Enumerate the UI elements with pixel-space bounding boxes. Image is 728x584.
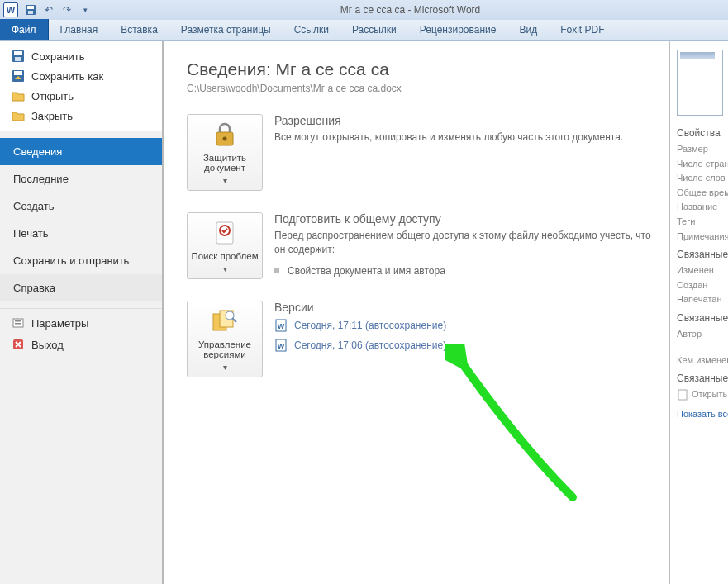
sidebar-nav-help[interactable]: Справка <box>0 274 162 301</box>
related-dates-heading: Связанные даты <box>677 249 728 260</box>
tab-insert[interactable]: Вставка <box>109 19 169 40</box>
svg-point-13 <box>223 137 227 141</box>
sidebar-item-label: Сохранить <box>31 50 85 63</box>
svg-text:W: W <box>278 342 285 350</box>
tab-mailings[interactable]: Рассылки <box>340 19 408 40</box>
tab-view[interactable]: Вид <box>507 19 549 40</box>
save-icon <box>12 50 25 63</box>
chevron-down-icon: ▾ <box>223 363 227 372</box>
save-as-icon <box>12 69 25 83</box>
version-item[interactable]: W Сегодня, 17:06 (автосохранение) <box>274 337 654 354</box>
section-title: Версии <box>274 301 654 314</box>
title-bar: W ↶ ↷ ▾ Мг а се сса са - Microsoft Word <box>0 0 728 20</box>
tab-references[interactable]: Ссылки <box>283 19 340 40</box>
svg-rect-2 <box>28 11 33 14</box>
svg-rect-9 <box>15 320 21 322</box>
show-all-properties-link[interactable]: Показать все <box>677 409 728 419</box>
properties-panel: Свойства Размер Число страниц Число слов… <box>669 41 728 584</box>
sidebar-save[interactable]: Сохранить <box>0 46 162 66</box>
options-icon <box>12 316 25 330</box>
sidebar-close[interactable]: Закрыть <box>0 106 162 126</box>
document-path: C:\Users\woodh\Documents\Мг а се сса са.… <box>187 83 654 94</box>
prop-row: Теги <box>677 215 728 230</box>
sidebar-item-label: Закрыть <box>31 110 73 122</box>
svg-rect-10 <box>15 323 21 325</box>
sidebar-nav-new[interactable]: Создать <box>0 192 162 220</box>
qat-dropdown-icon[interactable]: ▾ <box>78 2 93 17</box>
chevron-down-icon: ▾ <box>223 264 227 273</box>
sidebar-item-label: Выход <box>31 339 64 351</box>
protect-document-button[interactable]: Защитить документ ▾ <box>187 114 263 191</box>
exit-icon <box>12 338 25 351</box>
prop-row: Изменен <box>677 264 728 278</box>
related-people-heading: Связанные люди <box>677 312 728 324</box>
svg-rect-23 <box>678 390 687 400</box>
section-desc: Все могут открывать, копировать и изменя… <box>274 131 654 145</box>
version-item[interactable]: W Сегодня, 17:11 (автосохранение) <box>274 317 654 334</box>
versions-icon <box>208 306 241 336</box>
sidebar-item-label: Сохранить как <box>31 70 103 83</box>
sidebar-nav-info[interactable]: Сведения <box>0 138 162 165</box>
prop-row: Напечатан <box>677 292 728 307</box>
tab-foxit-pdf[interactable]: Foxit PDF <box>549 19 616 40</box>
inspect-icon <box>208 218 241 248</box>
prop-row: Число страниц <box>677 157 728 172</box>
svg-rect-1 <box>27 6 34 9</box>
related-docs-heading: Связанные документы <box>677 373 728 384</box>
prepare-bullet: Свойства документа и имя автора <box>274 265 654 277</box>
word-doc-icon: W <box>274 319 288 332</box>
sidebar-nav-print[interactable]: Печать <box>0 220 162 247</box>
open-location-link[interactable]: Открыть <box>677 387 728 402</box>
info-heading: Сведения: Мг а се сса са <box>187 59 654 79</box>
quick-access-toolbar: ↶ ↷ ▾ <box>23 2 93 17</box>
sidebar-item-label: Открыть <box>31 90 74 102</box>
permissions-section: Защитить документ ▾ Разрешения Все могут… <box>187 114 654 191</box>
button-label: Защитить документ <box>191 153 259 173</box>
sidebar-nav-save-send[interactable]: Сохранить и отправить <box>0 247 162 274</box>
tab-page-layout[interactable]: Разметка страницы <box>169 19 283 40</box>
svg-rect-4 <box>14 51 22 55</box>
prop-row: Размер <box>677 142 728 157</box>
check-issues-button[interactable]: Поиск проблем ▾ <box>187 212 263 279</box>
info-panel: Сведения: Мг а се сса са C:\Users\woodh\… <box>164 41 669 584</box>
sidebar-nav-recent[interactable]: Последние <box>0 165 162 192</box>
sidebar-open[interactable]: Открыть <box>0 86 162 106</box>
manage-versions-button[interactable]: Управление версиями ▾ <box>187 301 263 377</box>
prepare-section: Поиск проблем ▾ Подготовить к общему дос… <box>187 212 654 279</box>
folder-open-icon <box>12 89 25 102</box>
sidebar-item-label: Параметры <box>31 317 88 330</box>
undo-icon[interactable]: ↶ <box>41 2 56 17</box>
prop-row: Кем изменен <box>677 354 728 368</box>
chevron-down-icon: ▾ <box>223 176 227 185</box>
section-title: Подготовить к общему доступу <box>274 212 654 226</box>
file-tab[interactable]: Файл <box>0 19 49 40</box>
redo-icon[interactable]: ↷ <box>59 2 74 17</box>
svg-text:W: W <box>278 322 285 330</box>
prop-row: Создан <box>677 278 728 293</box>
bullet-icon <box>274 268 279 273</box>
lock-icon <box>208 120 241 150</box>
sidebar-options[interactable]: Параметры <box>0 312 162 334</box>
word-doc-icon: W <box>274 339 288 352</box>
window-title: Мг а се сса са - Microsoft Word <box>93 4 728 16</box>
prop-row: Название <box>677 200 728 215</box>
properties-heading[interactable]: Свойства <box>677 127 728 139</box>
section-desc: Перед распространением общего доступа к … <box>274 229 654 257</box>
section-title: Разрешения <box>274 114 654 127</box>
versions-section: Управление версиями ▾ Версии W Сегодня, … <box>187 301 654 377</box>
word-app-icon: W <box>3 2 18 17</box>
sidebar-exit[interactable]: Выход <box>0 334 162 355</box>
document-thumbnail[interactable] <box>677 50 723 116</box>
tab-review[interactable]: Рецензирование <box>408 19 508 40</box>
folder-close-icon <box>12 109 25 122</box>
svg-rect-5 <box>15 57 21 61</box>
tab-home[interactable]: Главная <box>49 19 110 40</box>
prop-row: Автор <box>677 327 728 342</box>
save-icon[interactable] <box>23 2 38 17</box>
prop-row: Число слов <box>677 171 728 186</box>
sidebar-save-as[interactable]: Сохранить как <box>0 66 162 86</box>
document-icon <box>677 389 688 401</box>
button-label: Управление версиями <box>191 339 259 359</box>
ribbon-tabs: Файл Главная Вставка Разметка страницы С… <box>0 20 728 41</box>
button-label: Поиск проблем <box>191 251 258 261</box>
